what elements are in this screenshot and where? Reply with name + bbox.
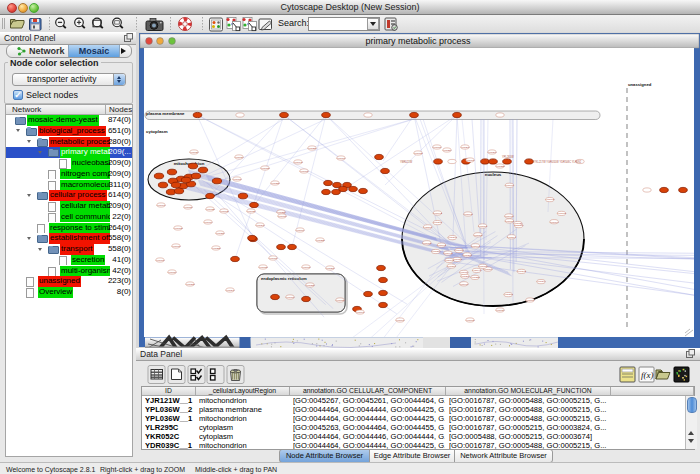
svg-text:YMR054: YMR054 [167, 271, 177, 274]
svg-text:YMR133: YMR133 [452, 258, 462, 261]
svg-text:YMR089: YMR089 [432, 146, 442, 149]
svg-text:YMR062: YMR062 [219, 210, 229, 213]
svg-text:YMR273: YMR273 [517, 270, 527, 273]
svg-text:YKL217W YGR055W YDR508C YLR092: YKL217W YGR055W YDR508C YLR092 [534, 160, 582, 164]
svg-text:YMR247: YMR247 [225, 289, 235, 292]
svg-text:YMR249: YMR249 [536, 280, 546, 283]
svg-text:YMR232: YMR232 [470, 276, 480, 279]
svg-text:YMR266: YMR266 [423, 226, 433, 229]
svg-text:primary metabolic process: primary metabolic process [365, 36, 471, 46]
svg-text:YMR126: YMR126 [246, 210, 256, 213]
svg-text:YMR252: YMR252 [315, 239, 325, 242]
svg-text:YMR110: YMR110 [277, 215, 287, 218]
svg-text:YMR268: YMR268 [462, 254, 472, 257]
svg-text:YMR271: YMR271 [433, 221, 443, 224]
svg-text:plasma membrane: plasma membrane [146, 111, 185, 116]
svg-text:YMR051: YMR051 [183, 206, 193, 209]
svg-text:YMR087: YMR087 [525, 299, 535, 302]
svg-text:YMR024: YMR024 [189, 151, 199, 154]
svg-text:YMR196: YMR196 [156, 204, 166, 207]
svg-text:YMR257: YMR257 [215, 232, 225, 235]
svg-text:f(x): f(x) [641, 370, 654, 380]
svg-text:YMR142: YMR142 [545, 198, 555, 201]
svg-text:YMR113: YMR113 [557, 212, 567, 215]
svg-text:YMR248: YMR248 [255, 224, 265, 227]
svg-text:YMR124: YMR124 [513, 222, 523, 225]
svg-text:YMR107: YMR107 [504, 215, 514, 218]
svg-text:YMR042: YMR042 [463, 213, 473, 216]
svg-text:YMR010: YMR010 [171, 245, 181, 248]
svg-text:YMR208: YMR208 [325, 267, 335, 270]
svg-text:cytoplasm: cytoplasm [146, 129, 168, 134]
svg-text:YMR084: YMR084 [295, 229, 305, 232]
svg-text:YMR109: YMR109 [336, 157, 346, 160]
svg-text:YMR244: YMR244 [507, 236, 517, 239]
svg-text:YMR186: YMR186 [268, 257, 278, 260]
svg-text:endoplasmic reticulum: endoplasmic reticulum [261, 276, 307, 281]
svg-text:YBR021W: YBR021W [400, 160, 413, 164]
svg-text:YMR213: YMR213 [504, 293, 514, 296]
svg-text:YMR071: YMR071 [301, 266, 311, 269]
svg-text:YMR091: YMR091 [355, 311, 365, 314]
svg-text:YMR269: YMR269 [447, 265, 457, 268]
svg-text:YMR290: YMR290 [460, 146, 470, 149]
svg-text:YMR275: YMR275 [473, 234, 483, 237]
svg-text:YMR182: YMR182 [173, 227, 183, 230]
svg-text:YMR254: YMR254 [431, 250, 441, 253]
svg-text:YMR064: YMR064 [471, 245, 481, 248]
svg-text:YMR089: YMR089 [505, 184, 515, 187]
svg-text:YMR212: YMR212 [185, 283, 195, 286]
svg-text:YMR112: YMR112 [413, 152, 423, 155]
svg-text:YMR019: YMR019 [459, 283, 469, 286]
svg-text:YMR053: YMR053 [258, 266, 268, 269]
svg-text:unassigned: unassigned [628, 82, 652, 87]
svg-text:YMR153: YMR153 [260, 167, 270, 170]
svg-text:YMR151: YMR151 [478, 225, 488, 228]
svg-text:YMR165: YMR165 [454, 249, 464, 252]
svg-text:YMR290: YMR290 [487, 151, 497, 154]
svg-text:YMR238: YMR238 [270, 182, 280, 185]
svg-text:YMR192: YMR192 [445, 259, 455, 262]
svg-text:YMR024: YMR024 [495, 309, 505, 312]
svg-text:YMR019: YMR019 [459, 271, 469, 274]
svg-text:YMR197: YMR197 [549, 221, 559, 224]
svg-text:YMR062: YMR062 [433, 212, 443, 215]
svg-text:YMR101: YMR101 [465, 159, 475, 162]
svg-text:YMR188: YMR188 [232, 178, 242, 181]
svg-text:YMR277: YMR277 [448, 236, 458, 239]
svg-text:YMR266: YMR266 [460, 275, 470, 278]
svg-text:YMR041: YMR041 [472, 269, 482, 272]
svg-text:YMR142: YMR142 [443, 252, 453, 255]
svg-text:YMR250: YMR250 [276, 211, 286, 214]
svg-text:YMR122: YMR122 [205, 208, 215, 211]
svg-text:YMR232: YMR232 [495, 165, 505, 168]
svg-text:YMR251: YMR251 [307, 147, 317, 150]
svg-text:YMR180: YMR180 [155, 259, 165, 262]
svg-text:YMR097: YMR097 [395, 319, 405, 322]
svg-text:YMR255: YMR255 [211, 247, 221, 250]
svg-text:YMR086: YMR086 [478, 265, 488, 268]
svg-text:YMR114: YMR114 [203, 221, 213, 224]
svg-text:YMR215: YMR215 [305, 284, 315, 287]
svg-text:YMR071: YMR071 [437, 244, 447, 247]
svg-text:YMR075: YMR075 [465, 319, 475, 322]
svg-text:YPL265W: YPL265W [502, 155, 514, 159]
svg-text:YMR186: YMR186 [299, 170, 309, 173]
svg-text:YMR254: YMR254 [442, 149, 452, 152]
svg-text:YMR053: YMR053 [335, 299, 345, 302]
svg-text:YMR189: YMR189 [285, 296, 295, 299]
svg-text:YMR142: YMR142 [293, 161, 303, 164]
svg-text:YMR103: YMR103 [422, 242, 432, 245]
svg-text:YMR024: YMR024 [234, 156, 244, 159]
